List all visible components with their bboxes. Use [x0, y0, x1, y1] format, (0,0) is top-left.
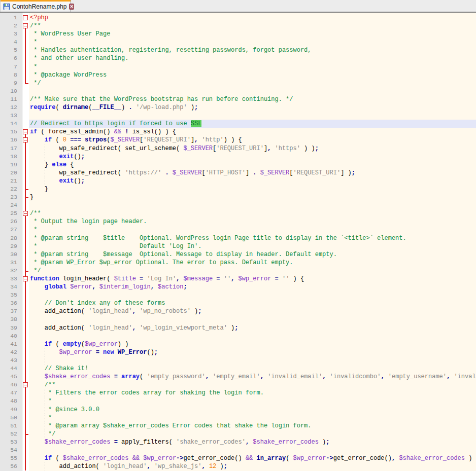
code-text[interactable]: add_action( 'login_head', 'wp_no_robots'…: [29, 307, 476, 315]
code-line[interactable]: 10: [0, 87, 476, 95]
line-number[interactable]: 1: [0, 14, 22, 22]
code-text[interactable]: [29, 87, 476, 95]
code-text[interactable]: [29, 332, 476, 340]
line-number[interactable]: 56: [0, 462, 22, 470]
code-line[interactable]: 40: [0, 332, 476, 340]
code-line[interactable]: 20 wp_safe_redirect( 'https://' . $_SERV…: [0, 169, 476, 177]
fold-toggle-icon[interactable]: [22, 14, 29, 22]
code-line[interactable]: 6 * and other user handling.: [0, 54, 476, 62]
code-text[interactable]: if ( force_ssl_admin() && ! is_ssl() ) {: [29, 128, 476, 136]
code-line[interactable]: 55 if ( $shake_error_codes && $wp_error-…: [0, 454, 476, 462]
code-line[interactable]: 34 global $error, $interim_login, $actio…: [0, 283, 476, 291]
code-line[interactable]: 22 }: [0, 185, 476, 193]
line-number[interactable]: 55: [0, 454, 22, 462]
code-text[interactable]: *: [29, 397, 476, 405]
line-number[interactable]: 6: [0, 54, 22, 62]
code-line[interactable]: 30 * @param string $message Optional. Me…: [0, 250, 476, 259]
line-number[interactable]: 48: [0, 397, 22, 405]
code-line[interactable]: 5 * Handles authentication, registering,…: [0, 46, 476, 54]
code-text[interactable]: function login_header( $title = 'Log In'…: [29, 275, 476, 283]
code-text[interactable]: * Filters the error codes array for shak…: [29, 389, 476, 397]
code-line[interactable]: 8 * @package WordPress: [0, 71, 476, 79]
line-number[interactable]: 30: [0, 250, 22, 259]
code-line[interactable]: 12require( dirname(__FILE__) . '/wp-load…: [0, 103, 476, 112]
line-number[interactable]: 37: [0, 307, 22, 315]
line-number[interactable]: 34: [0, 283, 22, 291]
code-text[interactable]: * @param string $title Optional. WordPre…: [29, 234, 476, 242]
line-number[interactable]: 41: [0, 340, 22, 348]
code-text[interactable]: * @param WP_Error $wp_error Optional. Th…: [29, 259, 476, 267]
fold-toggle-icon[interactable]: [22, 136, 29, 144]
code-line[interactable]: 56 add_action( 'login_head', 'wp_shake_j…: [0, 462, 476, 470]
code-text[interactable]: } else {: [29, 161, 476, 169]
code-text[interactable]: }: [29, 193, 476, 201]
line-number[interactable]: 22: [0, 185, 22, 193]
line-number[interactable]: 14: [0, 120, 22, 128]
code-text[interactable]: [29, 446, 476, 454]
line-number[interactable]: 43: [0, 356, 22, 365]
line-number[interactable]: 18: [0, 153, 22, 161]
code-text[interactable]: <?php: [29, 14, 476, 22]
code-text[interactable]: * @param array $shake_error_codes Error …: [29, 422, 476, 430]
line-number[interactable]: 31: [0, 259, 22, 267]
line-number[interactable]: 38: [0, 315, 22, 323]
line-number[interactable]: 42: [0, 348, 22, 356]
code-text[interactable]: $wp_error = new WP_Error();: [29, 348, 476, 356]
line-number[interactable]: 3: [0, 30, 22, 38]
code-text[interactable]: $shake_error_codes = array( 'empty_passw…: [29, 373, 476, 381]
line-number[interactable]: 12: [0, 103, 22, 112]
code-text[interactable]: * Handles authentication, registering, r…: [29, 46, 476, 54]
line-number[interactable]: 39: [0, 324, 22, 332]
line-number[interactable]: 5: [0, 46, 22, 54]
line-number[interactable]: 44: [0, 365, 22, 373]
code-line[interactable]: 33function login_header( $title = 'Log I…: [0, 275, 476, 283]
fold-toggle-icon[interactable]: [22, 22, 29, 30]
code-line[interactable]: 39 add_action( 'login_head', 'wp_login_v…: [0, 324, 476, 332]
code-text[interactable]: */: [29, 79, 476, 87]
line-number[interactable]: 16: [0, 136, 22, 144]
line-number[interactable]: 33: [0, 275, 22, 283]
line-number[interactable]: 21: [0, 177, 22, 185]
code-text[interactable]: require( dirname(__FILE__) . '/wp-load.p…: [29, 103, 476, 112]
code-line[interactable]: 41 if ( empty($wp_error) ): [0, 340, 476, 348]
code-line[interactable]: 47 * Filters the error codes array for s…: [0, 389, 476, 397]
code-line[interactable]: 29 * Default 'Log In'.: [0, 242, 476, 250]
code-text[interactable]: *: [29, 38, 476, 46]
fold-toggle-icon[interactable]: [22, 275, 29, 283]
code-text[interactable]: /** Make sure that the WordPress bootstr…: [29, 95, 476, 103]
code-line[interactable]: 42 $wp_error = new WP_Error();: [0, 348, 476, 356]
code-line[interactable]: 49 * @since 3.0.0: [0, 406, 476, 414]
tab-close-icon[interactable]: ✕: [69, 4, 74, 10]
line-number[interactable]: 25: [0, 209, 22, 218]
code-line[interactable]: 26 * Output the login page header.: [0, 218, 476, 226]
code-line[interactable]: 13: [0, 112, 476, 120]
line-number[interactable]: 2: [0, 22, 22, 30]
line-number[interactable]: 15: [0, 128, 22, 136]
line-number[interactable]: 29: [0, 242, 22, 250]
line-number[interactable]: 35: [0, 291, 22, 299]
line-number[interactable]: 9: [0, 79, 22, 87]
line-number[interactable]: 32: [0, 267, 22, 275]
line-number[interactable]: 27: [0, 226, 22, 234]
code-text[interactable]: * WordPress User Page: [29, 30, 476, 38]
line-number[interactable]: 19: [0, 161, 22, 169]
code-text[interactable]: * @since 3.0.0: [29, 406, 476, 414]
code-text[interactable]: * Output the login page header.: [29, 218, 476, 226]
line-number[interactable]: 49: [0, 406, 22, 414]
fold-toggle-icon[interactable]: [22, 209, 29, 218]
line-number[interactable]: 52: [0, 430, 22, 438]
code-text[interactable]: wp_safe_redirect( set_url_scheme( $_SERV…: [29, 144, 476, 153]
code-line[interactable]: 36 // Don't index any of these forms: [0, 299, 476, 307]
code-text[interactable]: // Redirect to https login if forced to …: [29, 120, 476, 128]
code-line[interactable]: 2/**: [0, 22, 476, 30]
code-line[interactable]: 37 add_action( 'login_head', 'wp_no_robo…: [0, 307, 476, 315]
line-number[interactable]: 51: [0, 422, 22, 430]
code-line[interactable]: 17 wp_safe_redirect( set_url_scheme( $_S…: [0, 144, 476, 153]
line-number[interactable]: 28: [0, 234, 22, 242]
code-text[interactable]: // Don't index any of these forms: [29, 299, 476, 307]
line-number[interactable]: 46: [0, 381, 22, 389]
code-line[interactable]: 31 * @param WP_Error $wp_error Optional.…: [0, 259, 476, 267]
code-text[interactable]: $shake_error_codes = apply_filters( 'sha…: [29, 438, 476, 446]
code-text[interactable]: if ( 0 === strpos($_SERVER['REQUEST_URI'…: [29, 136, 476, 144]
line-number[interactable]: 23: [0, 193, 22, 201]
